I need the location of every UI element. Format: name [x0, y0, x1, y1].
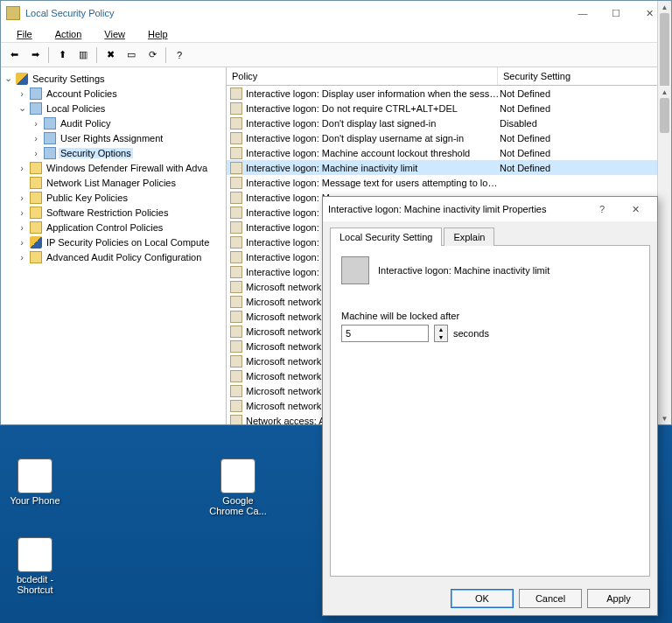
menu-help[interactable]: Help	[137, 27, 178, 41]
menu-file[interactable]: File	[6, 27, 43, 41]
tree-label: Network List Manager Policies	[45, 178, 178, 188]
up-button[interactable]: ⬆	[52, 46, 72, 65]
policy-icon	[230, 326, 242, 338]
tree-twisty[interactable]: ›	[17, 252, 27, 262]
tree-item[interactable]: ›User Rights Assignment	[1, 130, 226, 145]
back-button[interactable]: ⬅	[4, 46, 24, 65]
policy-row[interactable]: Interactive logon: Machine inactivity li…	[227, 160, 671, 175]
chrome-icon	[220, 458, 256, 494]
policy-setting-cell: Disabled	[500, 118, 671, 129]
forward-button[interactable]: ➡	[25, 46, 45, 65]
tree-pane[interactable]: ⌄ Security Settings ›Account Policies⌄Lo…	[1, 67, 227, 424]
tree-twisty[interactable]: ›	[31, 133, 41, 144]
folder-icon	[30, 102, 42, 115]
delete-button[interactable]: ✖	[101, 46, 120, 65]
folder-icon	[30, 236, 42, 248]
policy-row[interactable]: Interactive logon: Do not require CTRL+A…	[227, 101, 671, 116]
phone-icon	[18, 458, 52, 494]
policy-row[interactable]: Interactive logon: Display user informat…	[227, 86, 671, 101]
tab-explain[interactable]: Explain	[444, 228, 494, 246]
ok-button[interactable]: OK	[451, 589, 514, 608]
menu-action[interactable]: Action	[45, 27, 93, 41]
policy-row[interactable]: Interactive logon: Don't display last si…	[227, 116, 671, 130]
dialog-close-button[interactable]: ✕	[619, 199, 652, 220]
tree-item[interactable]: ›Advanced Audit Policy Configuration	[1, 249, 226, 264]
policy-icon	[341, 256, 369, 284]
policy-row[interactable]: Interactive logon: Machine account locko…	[227, 145, 671, 160]
list-header: Policy Security Setting	[227, 67, 671, 86]
list-scrollbar[interactable]: ▲▼	[657, 86, 671, 424]
tree-twisty[interactable]: ⌄	[3, 73, 13, 84]
separator	[48, 47, 49, 63]
col-policy[interactable]: Policy	[227, 67, 498, 85]
folder-icon	[30, 251, 42, 263]
tree-item[interactable]: ›Security Options	[1, 145, 226, 160]
tree-twisty[interactable]: ›	[17, 222, 27, 233]
apply-button[interactable]: Apply	[587, 589, 650, 608]
properties-button[interactable]: ▥	[74, 46, 93, 65]
tree-label: Advanced Audit Policy Configuration	[45, 252, 203, 262]
spin-down-icon[interactable]: ▼	[435, 333, 447, 341]
toolbar-extra-button[interactable]	[191, 46, 210, 65]
policy-name-cell: Interactive logon: Do not require CTRL+A…	[246, 103, 500, 114]
refresh-button[interactable]: ⟳	[143, 46, 162, 65]
tree-twisty[interactable]: ›	[17, 88, 27, 99]
policy-icon	[230, 192, 242, 204]
folder-icon	[30, 177, 42, 189]
tree-item[interactable]: ›Windows Defender Firewall with Adva	[1, 160, 226, 175]
tree-item[interactable]: ›Audit Policy	[1, 116, 226, 130]
tree-twisty[interactable]: ›	[17, 163, 27, 173]
col-setting[interactable]: Security Setting	[498, 67, 671, 85]
separator	[165, 47, 166, 63]
tree-item[interactable]: ⌄Local Policies	[1, 101, 226, 116]
tree-twisty[interactable]: ›	[17, 192, 27, 203]
minimize-button[interactable]: —	[566, 3, 599, 24]
desktop-icon-chrome[interactable]: Google Chrome Ca...	[206, 458, 270, 516]
tab-local-security-setting[interactable]: Local Security Setting	[330, 228, 442, 246]
policy-row[interactable]: Interactive logon: Don't display usernam…	[227, 130, 671, 145]
dialog-help-button[interactable]: ?	[585, 199, 619, 220]
menu-view[interactable]: View	[94, 27, 136, 41]
cancel-button[interactable]: Cancel	[519, 589, 582, 608]
tree-twisty[interactable]: ›	[17, 237, 27, 248]
help-button[interactable]: ?	[170, 46, 189, 65]
tree-item[interactable]: Network List Manager Policies	[1, 175, 226, 190]
tree-item[interactable]: ›Software Restriction Policies	[1, 205, 226, 220]
tree-twisty[interactable]: ›	[17, 207, 27, 218]
folder-icon	[44, 117, 56, 130]
tree-label: Account Policies	[45, 88, 119, 99]
maximize-button[interactable]: ☐	[599, 3, 633, 24]
scroll-thumb[interactable]	[660, 98, 669, 133]
policy-icon	[230, 102, 242, 115]
policy-icon	[230, 132, 242, 144]
policy-row[interactable]: Interactive logon: Message text for user…	[227, 175, 671, 190]
policy-name-cell: Interactive logon: Message text for user…	[246, 178, 500, 188]
desktop-icon-bcdedit[interactable]: bcdedit - Shortcut	[4, 537, 66, 595]
dialog-titlebar[interactable]: Interactive logon: Machine inactivity li…	[323, 197, 657, 221]
folder-icon	[30, 206, 42, 219]
dialog-body: Interactive logon: Machine inactivity li…	[330, 245, 650, 577]
spinner-buttons[interactable]: ▲▼	[434, 325, 448, 342]
tree-twisty[interactable]: ›	[31, 118, 41, 129]
tree-item[interactable]: ›Account Policies	[1, 86, 226, 101]
policy-icon	[230, 311, 242, 323]
tree-item[interactable]: ›IP Security Policies on Local Compute	[1, 234, 226, 249]
tree-twisty[interactable]: ›	[31, 148, 41, 158]
folder-icon	[30, 88, 42, 100]
titlebar[interactable]: Local Security Policy — ☐ ✕	[1, 1, 671, 25]
tree-label: User Rights Assignment	[59, 133, 164, 144]
tree-root[interactable]: ⌄ Security Settings	[1, 71, 226, 86]
tree-item[interactable]: ›Application Control Policies	[1, 220, 226, 234]
unit-label: seconds	[453, 328, 489, 339]
export-button[interactable]: ▭	[122, 46, 141, 65]
tree-label: Security Settings	[31, 74, 107, 84]
tree-twisty[interactable]: ⌄	[17, 102, 27, 114]
spin-up-icon[interactable]: ▲	[435, 326, 447, 333]
policy-icon	[230, 266, 242, 278]
tree-item[interactable]: ›Public Key Policies	[1, 190, 226, 205]
desktop-icon-your-phone[interactable]: Your Phone	[4, 458, 66, 506]
separator	[96, 47, 97, 63]
dialog-button-row: OK Cancel Apply	[323, 582, 657, 615]
tree-twisty[interactable]	[17, 178, 27, 188]
seconds-input[interactable]	[341, 325, 429, 342]
